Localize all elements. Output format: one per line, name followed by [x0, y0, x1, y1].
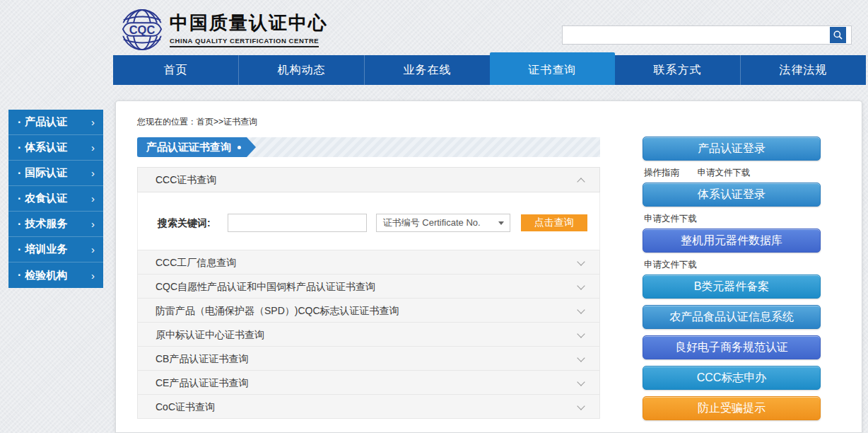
chevron-right-icon: [91, 243, 95, 255]
link-row: 操作指南 申请文件下载: [644, 167, 821, 177]
accordion-header-coc[interactable]: CoC证书查询: [137, 394, 600, 419]
sidebar-item-label: 培训业务: [25, 243, 67, 256]
chevron-up-icon: [577, 178, 585, 185]
link-row: 申请文件下载: [644, 213, 821, 223]
accordion-title: CE产品认证证书查询: [156, 377, 248, 388]
chevron-down-icon: [577, 378, 585, 386]
nav-item-home[interactable]: 首页: [113, 55, 238, 85]
sidebar-item-product-cert[interactable]: 产品认证: [8, 110, 103, 135]
sidebar-item-tech-service[interactable]: 技术服务: [8, 212, 103, 237]
sidebar: 产品认证 体系认证 国际认证 农食认证 技术服务 培训业务: [8, 110, 103, 288]
accordion-title: 原中标认证中心证书查询: [156, 329, 264, 340]
accordion: CCC证书查询 搜索关键词: 证书编号 Certificate No. 点击查询…: [137, 167, 600, 419]
link-row: 申请文件下载: [644, 259, 821, 269]
page: CQC 中国质量认证中心 CHINA QUALITY CERTIFICATION…: [0, 0, 868, 433]
logo-text: 中国质量认证中心 CHINA QUALITY CERTIFICATION CEN…: [170, 12, 328, 47]
accordion-title: CB产品认证证书查询: [156, 353, 248, 364]
agri-food-info-button[interactable]: 农产品食品认证信息系统: [643, 305, 821, 329]
sidebar-item-international-cert[interactable]: 国际认证: [8, 161, 103, 186]
page-title-bar: 产品认证证书查询: [137, 137, 600, 157]
main-nav: 首页 机构动态 业务在线 证书查询 联系方式 法律法规: [113, 55, 866, 85]
class-b-record-button[interactable]: B类元器件备案: [643, 275, 821, 299]
breadcrumb: 您现在的位置：首页>>证书查询: [137, 116, 257, 128]
cqc-logo[interactable]: CQC 中国质量认证中心 CHINA QUALITY CERTIFICATION…: [120, 7, 328, 52]
accordion-title: CCC工厂信息查询: [156, 257, 236, 268]
sidebar-item-label: 产品认证: [25, 115, 67, 129]
sidebar-item-training[interactable]: 培训业务: [8, 237, 103, 262]
ecommerce-cert-button[interactable]: 良好电子商务规范认证: [643, 335, 821, 359]
application-download-link[interactable]: 申请文件下载: [644, 214, 697, 224]
search-icon: [833, 30, 843, 40]
search-type-select[interactable]: 证书编号 Certificate No.: [376, 214, 510, 232]
chevron-down-icon: [577, 306, 585, 313]
search-keyword-label: 搜索关键词:: [158, 214, 211, 232]
chevron-down-icon: [577, 330, 585, 337]
component-database-button[interactable]: 整机用元器件数据库: [643, 229, 821, 253]
accordion-header-ccc-factory[interactable]: CCC工厂信息查询: [137, 250, 600, 275]
ccc-mark-apply-button[interactable]: CCC标志申办: [643, 366, 821, 390]
chevron-down-icon: [577, 354, 585, 362]
sidebar-item-label: 农食认证: [25, 192, 67, 205]
cqc-globe-icon: CQC: [120, 8, 164, 52]
operation-guide-link[interactable]: 操作指南: [644, 168, 679, 178]
chevron-right-icon: [91, 192, 95, 204]
accordion-header-cb[interactable]: CB产品认证证书查询: [137, 346, 600, 371]
content-panel: 您现在的位置：首页>>证书查询 产品认证证书查询 CCC证书查询 搜索关键词: …: [115, 100, 862, 433]
application-download-link[interactable]: 申请文件下载: [697, 168, 750, 178]
logo-title-en: CHINA QUALITY CERTIFICATION CENTRE: [170, 37, 319, 47]
bullet-icon: [18, 218, 25, 231]
application-download-link[interactable]: 申请文件下载: [644, 260, 697, 270]
page-title-text: 产品认证证书查询: [146, 137, 231, 157]
sidebar-item-inspection[interactable]: 检验机构: [8, 262, 103, 288]
accordion-title: 防雷产品（电涌保护器（SPD）)CQC标志认证证书查询: [156, 305, 399, 316]
dot-icon: [237, 146, 241, 149]
chevron-right-icon: [91, 270, 95, 282]
bullet-icon: [18, 269, 25, 282]
nav-item-online-business[interactable]: 业务在线: [364, 55, 490, 85]
keyword-input[interactable]: [228, 214, 367, 232]
nav-item-certificate-query[interactable]: 证书查询: [490, 52, 615, 85]
chevron-down-icon: [577, 402, 585, 410]
sidebar-item-label: 体系认证: [25, 141, 67, 154]
bullet-icon: [18, 192, 25, 205]
nav-item-laws[interactable]: 法律法规: [740, 55, 866, 85]
fraud-warning-button[interactable]: 防止受骗提示: [643, 396, 821, 420]
header-search: [562, 25, 852, 45]
sidebar-item-label: 检验机构: [25, 269, 67, 282]
chevron-right-icon: [91, 142, 95, 154]
breadcrumb-path[interactable]: 首页>>证书查询: [197, 117, 257, 127]
system-cert-login-button[interactable]: 体系认证登录: [643, 183, 821, 207]
sidebar-item-system-cert[interactable]: 体系认证: [8, 135, 103, 161]
chevron-right-icon: [91, 116, 95, 128]
accordion-header-spd[interactable]: 防雷产品（电涌保护器（SPD）)CQC标志认证证书查询: [137, 298, 600, 323]
select-value: 证书编号 Certificate No.: [383, 217, 481, 228]
logo-title-zh: 中国质量认证中心: [170, 12, 328, 33]
bullet-icon: [18, 243, 25, 256]
chevron-down-icon: [577, 282, 585, 289]
sidebar-item-label: 国际认证: [25, 166, 67, 180]
accordion-body-ccc-certificate: 搜索关键词: 证书编号 Certificate No. 点击查询: [137, 192, 600, 250]
product-cert-login-button[interactable]: 产品认证登录: [643, 137, 821, 161]
chevron-down-icon: [577, 258, 585, 265]
bullet-icon: [18, 116, 25, 129]
chevron-right-icon: [91, 218, 95, 230]
accordion-title: CQC自愿性产品认证和中国饲料产品认证证书查询: [156, 281, 375, 292]
logo-abbr: CQC: [129, 23, 156, 36]
accordion-header-ccc-certificate[interactable]: CCC证书查询: [137, 167, 600, 192]
accordion-header-former-cqc[interactable]: 原中标认证中心证书查询: [137, 322, 600, 347]
dropdown-arrow-icon: [498, 221, 504, 225]
breadcrumb-label: 您现在的位置：: [137, 117, 197, 127]
query-button[interactable]: 点击查询: [521, 214, 587, 231]
sidebar-item-label: 技术服务: [25, 217, 67, 231]
accordion-header-ce[interactable]: CE产品认证证书查询: [137, 370, 600, 395]
accordion-title: CoC证书查询: [156, 401, 215, 412]
accordion-title: CCC证书查询: [156, 174, 216, 185]
right-panel: 产品认证登录 操作指南 申请文件下载 体系认证登录 申请文件下载 整机用元器件数…: [643, 137, 821, 427]
nav-item-contact[interactable]: 联系方式: [615, 55, 740, 85]
header-search-input[interactable]: [562, 25, 852, 45]
chevron-right-icon: [91, 167, 95, 179]
accordion-header-cqc-voluntary[interactable]: CQC自愿性产品认证和中国饲料产品认证证书查询: [137, 274, 600, 299]
header-search-button[interactable]: [830, 27, 846, 43]
sidebar-item-agrifood-cert[interactable]: 农食认证: [8, 186, 103, 212]
nav-item-news[interactable]: 机构动态: [238, 55, 364, 85]
